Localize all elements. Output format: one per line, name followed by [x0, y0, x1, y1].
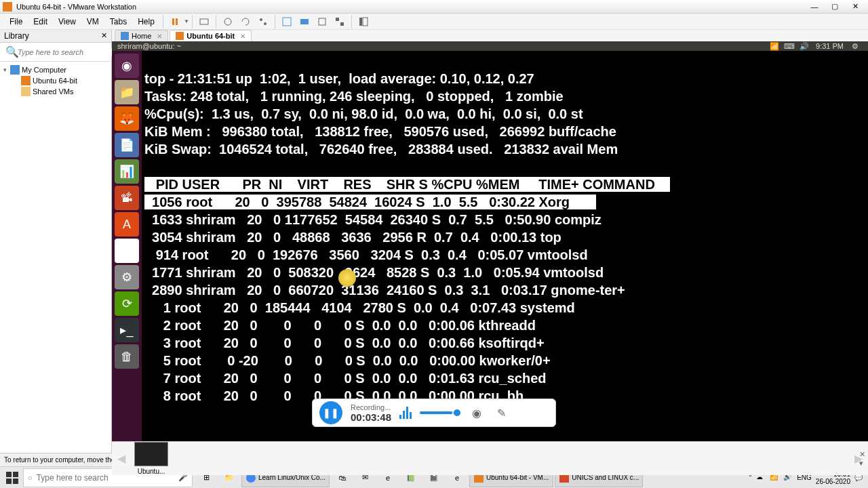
tab-strip: Home ✕ Ubuntu 64-bit ✕	[112, 30, 868, 41]
window-titlebar: Ubuntu 64-bit - VMware Workstation — ▢ ✕	[0, 0, 868, 14]
amazon-icon[interactable]: a	[115, 239, 139, 263]
recording-time: 00:03:48	[351, 411, 391, 423]
thumbnail-bar: ◀ Ubuntu... ▶ ✕▾	[112, 441, 868, 475]
start-button[interactable]	[1, 468, 23, 487]
fullscreen-button[interactable]	[279, 14, 294, 29]
process-row: 2890 shriram 20 0 660720 31136 24160 S 0…	[144, 283, 629, 298]
calc-icon[interactable]: 📊	[115, 159, 139, 184]
svg-rect-9	[336, 18, 339, 21]
vm-view: Home ✕ Ubuntu 64-bit ✕ shriram@ubuntu: ~…	[112, 30, 868, 453]
pause-button[interactable]: ❚❚	[319, 401, 342, 424]
snapshot-revert-button[interactable]	[238, 14, 253, 29]
window-title: Ubuntu 64-bit - VMware Workstation	[16, 3, 804, 11]
snapshot-button[interactable]	[197, 14, 212, 29]
svg-rect-8	[319, 18, 326, 25]
twisty-icon[interactable]: ▾	[1, 66, 8, 73]
top-swap-line: KiB Swap: 1046524 total, 762640 free, 28…	[144, 142, 622, 157]
volume-icon[interactable]: 🔊	[800, 41, 809, 51]
process-row: 2 root 20 0 0 0 0 S 0.0 0.0 0:00.06 kthr…	[144, 318, 547, 333]
files-icon[interactable]: 📁	[115, 80, 139, 104]
svg-rect-0	[172, 18, 174, 25]
trash-icon[interactable]: 🗑	[115, 344, 139, 369]
library-header: Library ✕	[0, 30, 111, 43]
power-dropdown[interactable]: ▼	[184, 18, 189, 24]
svg-rect-6	[283, 18, 291, 26]
tree-my-computer[interactable]: ▾ My Computer	[1, 64, 110, 75]
svg-rect-2	[200, 19, 208, 24]
tab-close-icon[interactable]: ✕	[157, 33, 162, 40]
process-row: 3 root 20 0 0 0 0 S 0.0 0.0 0:00.66 ksof…	[144, 336, 548, 350]
library-search-input[interactable]	[18, 48, 112, 56]
dash-icon[interactable]: ◉	[115, 54, 139, 78]
menu-vm[interactable]: VM	[81, 16, 104, 28]
tree-shared-vms[interactable]: Shared VMs	[1, 86, 110, 97]
stretch-button[interactable]	[332, 14, 347, 29]
menu-tabs[interactable]: Tabs	[104, 16, 132, 28]
monitor-icon	[10, 65, 20, 75]
tab-home[interactable]: Home ✕	[115, 30, 168, 41]
svg-rect-16	[13, 479, 18, 484]
wifi-icon[interactable]: 📶	[770, 41, 779, 51]
recording-bar[interactable]: ❚❚ Recording... 00:03:48 ◉ ✎	[312, 399, 556, 427]
vm-thumbnail[interactable]: Ubuntu...	[131, 442, 172, 475]
library-close-button[interactable]: ✕	[101, 31, 107, 41]
terminal-output[interactable]: top - 21:31:51 up 1:02, 1 user, load ave…	[142, 51, 868, 441]
maximize-button[interactable]: ▢	[825, 1, 845, 13]
update-icon[interactable]: ⟳	[115, 291, 139, 316]
volume-slider[interactable]	[420, 411, 460, 414]
app-icon	[3, 2, 12, 12]
process-row: 914 root 20 0 192676 3560 3204 S 0.3 0.4…	[144, 247, 599, 262]
menu-view[interactable]: View	[53, 16, 81, 28]
tree-vm-ubuntu[interactable]: Ubuntu 64-bit	[1, 75, 110, 86]
menu-file[interactable]: File	[4, 16, 28, 28]
svg-rect-7	[300, 19, 309, 24]
gnome-window-title: shriram@ubuntu: ~	[117, 42, 767, 50]
svg-rect-10	[340, 22, 344, 26]
terminal-icon[interactable]: ▸_	[115, 318, 139, 342]
snapshot-manage-button[interactable]	[256, 14, 271, 29]
process-row: 7 root 20 0 0 0 0 S 0.0 0.0 0:01.63 rcu_…	[144, 371, 554, 386]
svg-rect-14	[13, 472, 18, 477]
process-row: 1771 shriram 20 0 508320 9624 8528 S 0.3…	[144, 265, 615, 280]
library-tree: ▾ My Computer Ubuntu 64-bit Shared VMs	[0, 62, 111, 100]
snapshot-take-button[interactable]	[220, 14, 235, 29]
firefox-icon[interactable]: 🦊	[115, 106, 139, 131]
software-icon[interactable]: A	[115, 212, 139, 237]
writer-icon[interactable]: 📄	[115, 133, 139, 157]
webcam-button[interactable]: ◉	[469, 405, 485, 421]
menu-edit[interactable]: Edit	[28, 16, 53, 28]
annotate-button[interactable]: ✎	[493, 405, 509, 421]
console-button[interactable]	[315, 14, 330, 29]
power-button[interactable]	[167, 14, 182, 29]
library-toggle-button[interactable]	[356, 14, 371, 29]
close-button[interactable]: ✕	[845, 1, 865, 13]
audio-levels	[399, 407, 412, 419]
settings-icon[interactable]: ⚙	[115, 265, 139, 289]
tab-close-icon[interactable]: ✕	[240, 33, 245, 40]
top-column-header: PID USER PR NI VIRT RES SHR S %CPU %MEM …	[144, 177, 670, 192]
impress-icon[interactable]: 📽	[115, 186, 139, 210]
ubuntu-icon	[176, 32, 184, 40]
library-search[interactable]: 🔍 ▼	[0, 43, 111, 62]
gnome-clock[interactable]: 9:31 PM	[816, 42, 844, 50]
minimize-button[interactable]: —	[804, 1, 825, 13]
process-row: 1056 root 20 0 395788 54824 16024 S 1.0 …	[144, 195, 596, 209]
menu-help[interactable]: Help	[132, 16, 160, 28]
svg-rect-1	[176, 18, 178, 25]
gear-icon[interactable]: ⚙	[850, 41, 860, 51]
thumb-prev-button[interactable]: ◀	[117, 452, 125, 465]
thumbnail-image	[134, 442, 168, 466]
top-summary-line: top - 21:31:51 up 1:02, 1 user, load ave…	[144, 71, 534, 86]
process-row: 3054 shriram 20 0 48868 3636 2956 R 0.7 …	[144, 230, 591, 245]
tab-ubuntu[interactable]: Ubuntu 64-bit ✕	[170, 30, 252, 41]
top-cpu-line: %Cpu(s): 1.3 us, 0.7 sy, 0.0 ni, 98.0 id…	[144, 106, 583, 121]
keyboard-icon[interactable]: ⌨	[785, 41, 794, 51]
top-tasks-line: Tasks: 248 total, 1 running, 246 sleepin…	[144, 89, 564, 104]
cortana-icon: ○	[28, 474, 33, 482]
top-mem-line: KiB Mem : 996380 total, 138812 free, 590…	[144, 124, 616, 139]
thumbnail-close-button[interactable]: ✕▾	[859, 450, 865, 468]
unity-button[interactable]	[297, 14, 312, 29]
library-panel: Library ✕ 🔍 ▼ ▾ My Computer Ubuntu 64-bi…	[0, 30, 112, 453]
svg-point-3	[224, 18, 231, 25]
process-row: 1 root 20 0 185444 4104 2780 S 0.0 0.4 0…	[144, 300, 590, 315]
